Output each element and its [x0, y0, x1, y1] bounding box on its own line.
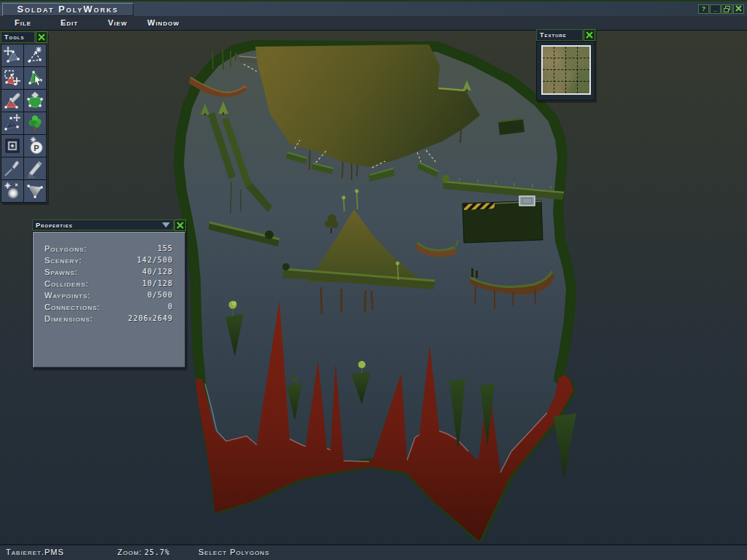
tool-scenery-button[interactable]	[24, 112, 46, 134]
tools-title: Tools	[4, 32, 34, 42]
tools-titlebar[interactable]: Tools	[1, 31, 47, 43]
tool-create-button[interactable]	[24, 44, 46, 66]
prop-row-waypoints: Waypoints: 0/500	[33, 289, 185, 301]
prop-row-dimensions: Dimensions: 2206x2649	[33, 313, 185, 324]
pencil-tool-icon	[26, 159, 44, 178]
status-filename: Tabieret.PMS	[6, 548, 64, 556]
status-bar: Tabieret.PMS Zoom: 25.7% Select Polygons	[0, 544, 747, 560]
move-tool-icon	[26, 69, 44, 88]
restore-icon	[723, 5, 731, 13]
tool-texture-transform-button[interactable]	[1, 112, 23, 134]
close-icon	[38, 34, 45, 41]
texture-titlebar[interactable]: Texture	[536, 29, 595, 41]
tools-close-button[interactable]	[36, 31, 47, 43]
properties-title: Properties	[36, 220, 162, 230]
prop-row-colliders: Colliders: 10/128	[33, 278, 185, 289]
close-icon	[735, 5, 742, 12]
bunker-platform[interactable]	[462, 196, 543, 243]
tools-window: Tools	[1, 31, 47, 203]
svg-text:P: P	[34, 144, 39, 152]
close-button[interactable]	[733, 4, 744, 14]
help-button[interactable]: ?	[698, 4, 709, 14]
tool-spawn-button[interactable]: P	[24, 135, 46, 157]
transform-tool-icon	[3, 46, 22, 65]
menu-window[interactable]: Window	[147, 18, 179, 27]
spawn-tool-icon: P	[26, 136, 44, 155]
tool-collider-button[interactable]	[1, 135, 23, 157]
menu-file[interactable]: File	[15, 18, 31, 27]
picker-tool-icon	[3, 159, 22, 178]
texture-tool-icon	[26, 91, 44, 110]
properties-titlebar[interactable]: Properties	[32, 219, 186, 231]
prop-row-polygons: Polygons: 155	[33, 243, 185, 254]
properties-window: Properties Polygons: 155 Scenery: 142/50…	[32, 219, 186, 368]
create-tool-icon	[26, 46, 44, 65]
texture-transform-tool-icon	[3, 114, 22, 133]
status-zoom-label: Zoom:	[117, 548, 142, 556]
tool-light-button[interactable]	[1, 180, 23, 202]
texture-window: Texture	[536, 29, 595, 101]
status-mode: Select Polygons	[198, 548, 270, 556]
menu-edit[interactable]: Edit	[61, 18, 78, 27]
select-tool-icon	[3, 69, 22, 88]
texture-preview	[541, 45, 591, 95]
knife-tool-icon	[3, 91, 22, 110]
prop-row-scenery: Scenery: 142/500	[33, 254, 185, 266]
texture-close-button[interactable]	[584, 29, 595, 41]
tool-transform-button[interactable]	[1, 44, 23, 66]
close-icon	[586, 31, 593, 39]
scenery-tool-icon	[26, 114, 44, 133]
status-zoom-value: 25.7%	[144, 548, 170, 556]
prop-row-connections: Connections: 0	[33, 301, 185, 313]
collapse-icon[interactable]	[162, 222, 170, 228]
tool-texture-button[interactable]	[24, 90, 46, 112]
menu-view[interactable]: View	[108, 18, 127, 27]
properties-close-button[interactable]	[174, 219, 186, 231]
tool-select-button[interactable]	[1, 67, 23, 89]
tool-depth-button[interactable]	[24, 180, 46, 202]
prop-row-spawns: Spawns: 40/128	[33, 266, 185, 278]
texture-title: Texture	[540, 30, 582, 40]
tool-pencil-button[interactable]	[24, 158, 46, 179]
tool-move-button[interactable]	[24, 67, 46, 89]
restore-button[interactable]	[721, 4, 732, 14]
depth-tool-icon	[26, 182, 44, 201]
light-tool-icon	[3, 182, 22, 201]
minimize-button[interactable]: _	[710, 4, 721, 14]
app-titlebar[interactable]: Soldat PolyWorks ? _	[0, 0, 747, 16]
tool-picker-button[interactable]	[1, 158, 23, 179]
close-icon	[177, 222, 184, 229]
tool-knife-button[interactable]	[1, 90, 23, 112]
collider-tool-icon	[3, 136, 22, 155]
app-title: Soldat PolyWorks	[2, 3, 133, 16]
menu-bar: File Edit View Window	[0, 16, 747, 31]
